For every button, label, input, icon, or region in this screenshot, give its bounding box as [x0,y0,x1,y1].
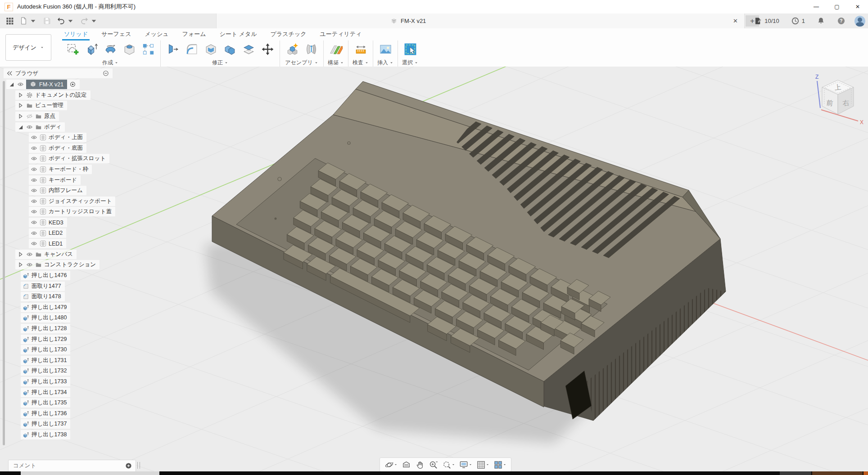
zoomfit-tool-button[interactable] [441,458,457,471]
tree-item-押し出し1731[interactable]: 押し出し1731 [21,356,70,365]
workspace-selector[interactable]: デザイン [5,34,51,61]
offsetface-button[interactable] [240,40,257,58]
gridvp-tool-button[interactable] [475,458,491,471]
tree-item-ドキュメントの設定[interactable]: ドキュメントの設定 [15,90,90,100]
visibility-on-icon[interactable] [31,155,37,162]
tree-item-押し出し1730[interactable]: 押し出し1730 [21,345,70,354]
ribbon-tab-サーフェス[interactable]: サーフェス [101,30,131,40]
selected-root-item[interactable]: FM-X v21 [26,80,67,89]
extrude-button[interactable] [83,40,100,58]
tree-item-押し出し1480[interactable]: 押し出し1480 [21,313,70,323]
display-tool-button[interactable] [458,458,474,471]
select-button[interactable] [402,40,419,58]
expand-open-icon[interactable] [17,124,24,130]
tree-item-押し出し1479[interactable]: 押し出し1479 [21,303,70,312]
expand-open-icon[interactable] [8,81,15,88]
tree-item-コンストラクション[interactable]: コンストラクション [15,260,99,269]
tree-item-原点[interactable]: 原点 [15,112,59,121]
activate-component-icon[interactable] [69,81,76,88]
lookat-tool-button[interactable] [400,458,412,471]
tree-item-ボディ[interactable]: ボディ [15,122,65,132]
tree-item-ジョイスティックポート[interactable]: ジョイスティックポート [29,197,115,206]
file-menu-button[interactable] [17,13,40,28]
expand-closed-icon[interactable] [17,261,24,268]
tree-item-内部フレーム[interactable]: 内部フレーム [29,186,86,195]
minimize-button[interactable]: — [806,0,827,13]
tree-item-LED1[interactable]: LED1 [29,239,66,248]
view-cube[interactable]: 上 前 右 Z X [809,70,866,127]
tree-item-押し出し1728[interactable]: 押し出し1728 [21,324,70,333]
close-button[interactable]: ✕ [847,0,868,13]
tree-item-キャンバス[interactable]: キャンバス [15,250,77,259]
visibility-on-icon[interactable] [31,134,37,141]
ribbon-tab-ユーティリティ[interactable]: ユーティリティ [320,30,362,40]
move-button[interactable] [259,40,276,58]
visibility-on-icon[interactable] [31,187,37,194]
tree-item-押し出し1736[interactable]: 押し出し1736 [21,409,70,418]
tree-item-押し出し1738[interactable]: 押し出し1738 [21,430,70,439]
visibility-on-icon[interactable] [31,177,37,184]
app-grid-button[interactable] [3,13,17,28]
collapse-panel-icon[interactable] [6,70,13,76]
ribbon-tab-メッシュ[interactable]: メッシュ [145,30,168,40]
ribbon-tab-プラスチック[interactable]: プラスチック [271,30,307,40]
group-label-挿入[interactable]: 挿入 [377,59,393,67]
undo-button[interactable] [54,13,77,28]
visibility-on-icon[interactable] [17,81,24,88]
visibility-on-icon[interactable] [31,230,37,237]
job-status-button[interactable]: 1 [788,13,808,28]
document-tab[interactable]: FM-X v21 ✕ [216,13,745,28]
tree-item-カートリッジスロット蓋[interactable]: カートリッジスロット蓋 [29,207,115,216]
expand-closed-icon[interactable] [17,92,24,99]
comments-panel[interactable]: コメント [8,460,136,472]
fmx-computer-model[interactable] [205,81,726,443]
pattern-button[interactable] [140,40,157,58]
ribbon-tab-シート メタル[interactable]: シート メタル [220,30,257,40]
sketch-button[interactable] [64,40,81,58]
browser-panel-header[interactable]: ブラウザ [4,68,113,78]
shell-button[interactable] [202,40,219,58]
tree-item-KED3[interactable]: KED3 [29,218,67,227]
tree-item-FM-X v21[interactable]: FM-X v21 [6,80,80,89]
tree-item-ビュー管理[interactable]: ビュー管理 [15,101,67,110]
newcomp-button[interactable] [284,40,301,58]
tree-item-面取り1478[interactable]: 面取り1478 [21,292,65,301]
visibility-on-icon[interactable] [31,208,37,215]
visibility-on-icon[interactable] [31,240,37,247]
visibility-on-icon[interactable] [31,166,37,173]
measure-button[interactable] [352,40,369,58]
group-label-修正[interactable]: 修正 [212,59,228,67]
panel-options-icon[interactable] [103,70,109,76]
tree-item-ボディ・上面[interactable]: ボディ・上面 [29,133,86,142]
presspull-button[interactable] [164,40,181,58]
user-avatar[interactable] [854,16,865,27]
tree-item-LED2[interactable]: LED2 [29,229,66,238]
zoompm-tool-button[interactable] [427,458,439,471]
ribbon-tab-フォーム[interactable]: フォーム [182,30,206,40]
group-label-アセンブリ[interactable]: アセンブリ [285,59,318,67]
tree-item-面取り1477[interactable]: 面取り1477 [21,282,65,291]
expand-closed-icon[interactable] [17,113,24,120]
tree-item-押し出し1729[interactable]: 押し出し1729 [21,335,70,344]
revolve-button[interactable] [102,40,119,58]
hole-button[interactable] [121,40,138,58]
plane-button[interactable] [327,40,344,58]
combine-button[interactable] [221,40,238,58]
tree-item-キーボード[interactable]: キーボード [29,175,81,185]
redo-button[interactable] [77,13,101,28]
fillet-button[interactable] [183,40,200,58]
group-label-構築[interactable]: 構築 [328,59,344,67]
visibility-on-icon[interactable] [31,198,37,205]
visibility-on-icon[interactable] [31,145,37,152]
tree-item-キーボード・枠[interactable]: キーボード・枠 [29,165,92,174]
tree-item-ボディ・底面[interactable]: ボディ・底面 [29,143,86,153]
tree-item-押し出し1476[interactable]: 押し出し1476 [21,271,70,280]
expand-closed-icon[interactable] [17,251,24,258]
group-label-選択[interactable]: 選択 [402,59,418,67]
group-label-作成[interactable]: 作成 [102,59,118,67]
visibility-on-icon[interactable] [31,219,37,226]
tree-item-押し出し1733[interactable]: 押し出し1733 [21,377,70,386]
help-button[interactable] [834,13,848,28]
viewports-tool-button[interactable] [492,458,508,471]
image-button[interactable] [377,40,394,58]
